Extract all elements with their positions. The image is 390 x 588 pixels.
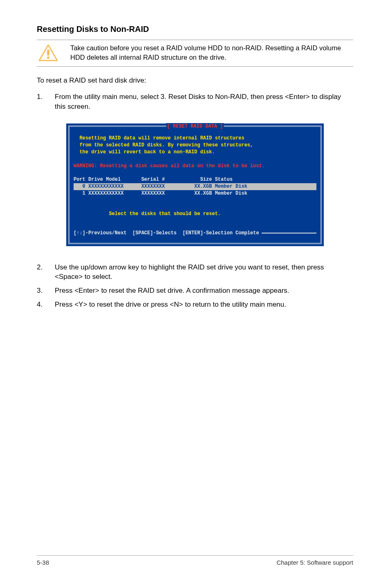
step-text: From the utility main menu, select 3. Re… xyxy=(55,92,353,112)
step-number: 1. xyxy=(37,92,55,112)
list-item: 2. Use the up/down arrow key to highligh… xyxy=(37,263,353,282)
page-footer: 5-38 Chapter 5: Software support xyxy=(37,555,353,566)
list-item: 3. Press <Enter> to reset the RAID set d… xyxy=(37,286,353,296)
terminal-title: [ RESET RAID DATA ] xyxy=(166,123,224,130)
terminal-msg: Resetting RAID data will remove internal… xyxy=(74,135,316,142)
step-text: Use the up/down arrow key to highlight t… xyxy=(55,263,353,282)
chapter-label: Chapter 5: Software support xyxy=(276,559,353,566)
caution-callout: Take caution before you reset a RAID vol… xyxy=(37,40,353,67)
step-number: 4. xyxy=(37,300,55,310)
caution-text: Take caution before you reset a RAID vol… xyxy=(60,43,353,62)
step-number: 3. xyxy=(37,286,55,296)
caution-icon xyxy=(37,43,60,62)
terminal-table-header: Port Drive Model Serial # Size Status xyxy=(74,176,316,183)
step-text: Press <Y> to reset the drive or press <N… xyxy=(55,300,353,310)
terminal-msg: the drive will revert back to a non-RAID… xyxy=(74,149,316,156)
terminal-msg: from the selected RAID disks. By removin… xyxy=(74,142,316,149)
terminal-warning: WARNING: Resetting a disk causes all dat… xyxy=(74,163,316,170)
list-item: 1. From the utility main menu, select 3.… xyxy=(37,92,353,112)
terminal-prompt: Select the disks that should be reset. xyxy=(74,211,316,218)
terminal-blank xyxy=(74,197,316,204)
steps-list-before: 1. From the utility main menu, select 3.… xyxy=(37,92,353,112)
terminal-table-row: 1 XXXXXXXXXXXX XXXXXXXX XX.XGB Member Di… xyxy=(74,190,316,197)
terminal-blank xyxy=(74,169,316,176)
terminal-table-row-selected: 0 XXXXXXXXXXXX XXXXXXXX XX.XGB Member Di… xyxy=(74,183,316,190)
intro-text: To reset a RAID set hard disk drive: xyxy=(37,76,353,85)
svg-rect-0 xyxy=(47,49,49,56)
step-number: 2. xyxy=(37,263,55,282)
terminal-blank xyxy=(74,156,316,163)
terminal-help: [↑↓]-Previous/Next [SPACE]-Selects [ENTE… xyxy=(74,230,262,237)
page-number: 5-38 xyxy=(37,559,49,566)
steps-list-after: 2. Use the up/down arrow key to highligh… xyxy=(37,263,353,310)
svg-point-1 xyxy=(47,56,49,59)
terminal-blank xyxy=(74,218,316,224)
step-text: Press <Enter> to reset the RAID set driv… xyxy=(55,286,353,296)
terminal-screenshot: [ RESET RAID DATA ] Resetting RAID data … xyxy=(37,123,353,246)
section-heading: Resetting Disks to Non-RAID xyxy=(37,25,353,34)
list-item: 4. Press <Y> to reset the drive or press… xyxy=(37,300,353,310)
terminal-blank xyxy=(74,204,316,211)
